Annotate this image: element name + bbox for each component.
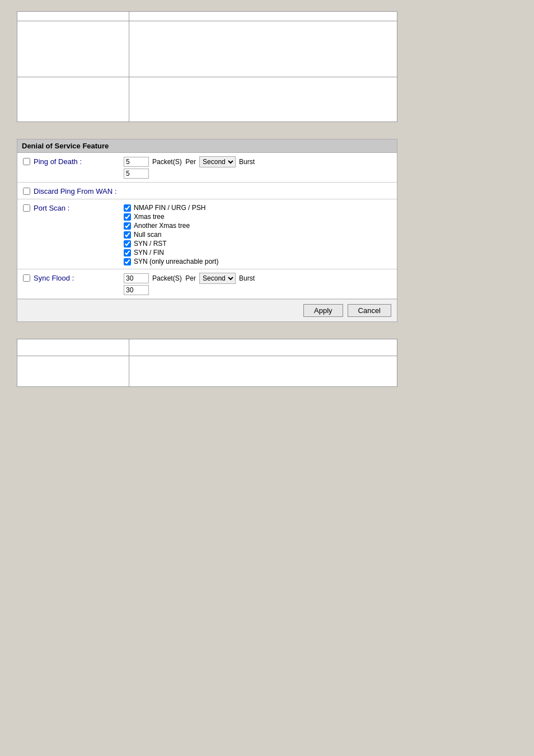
bottom-table-data-row: [17, 356, 397, 387]
port-scan-syn-unreachable-checkbox[interactable]: [124, 258, 131, 265]
sync-flood-row: Sync Flood : Packet(S) Per Second Minute…: [17, 269, 397, 299]
ping-of-death-burst-row: [124, 169, 391, 179]
top-table-header-row: [17, 12, 397, 21]
sync-flood-burst-row: [124, 285, 391, 295]
discard-ping-text: Discard Ping From WAN :: [34, 187, 116, 195]
bottom-table-data-right: [129, 356, 397, 387]
port-scan-another-xmas-label: Another Xmas tree: [134, 222, 190, 230]
port-scan-nmap-checkbox[interactable]: [124, 204, 131, 212]
port-scan-syn-fin-checkbox[interactable]: [124, 249, 131, 256]
port-scan-syn-rst-label: SYN / RST: [134, 240, 167, 248]
ping-of-death-period-select[interactable]: Second Minute: [199, 156, 236, 167]
port-scan-item-another-xmas[interactable]: Another Xmas tree: [124, 222, 391, 230]
sync-flood-burst-input[interactable]: [124, 285, 149, 295]
sync-flood-text: Sync Flood :: [34, 274, 74, 282]
ping-of-death-packets-input[interactable]: [124, 157, 149, 167]
top-table-tall-row: [17, 21, 397, 77]
port-scan-item-syn-unreachable[interactable]: SYN (only unreachable port): [124, 258, 391, 265]
discard-ping-row: Discard Ping From WAN :: [17, 183, 397, 199]
cancel-button[interactable]: Cancel: [348, 304, 391, 317]
dos-panel: Denial of Service Feature Ping of Death …: [17, 139, 397, 322]
ping-of-death-checkbox[interactable]: [23, 158, 30, 165]
dos-panel-title: Denial of Service Feature: [17, 139, 397, 153]
port-scan-item-null-scan[interactable]: Null scan: [124, 231, 391, 239]
sync-flood-period-select[interactable]: Second Minute: [199, 273, 236, 284]
bottom-table-header-right: [129, 339, 397, 356]
port-scan-item-nmap[interactable]: NMAP FIN / URG / PSH: [124, 204, 391, 212]
port-scan-syn-fin-label: SYN / FIN: [134, 249, 164, 256]
ping-of-death-top-row: Packet(S) Per Second Minute Burst: [124, 156, 391, 167]
ping-of-death-label: Ping of Death :: [23, 156, 124, 166]
ping-of-death-per-text: Packet(S) Per: [152, 158, 196, 166]
ping-of-death-row: Ping of Death : Packet(S) Per Second Min…: [17, 153, 397, 183]
ping-of-death-content: Packet(S) Per Second Minute Burst: [124, 156, 391, 179]
discard-ping-checkbox[interactable]: [23, 188, 30, 195]
port-scan-item-xmas[interactable]: Xmas tree: [124, 213, 391, 221]
port-scan-xmas-checkbox[interactable]: [124, 213, 131, 221]
ping-of-death-burst-label: Burst: [239, 158, 255, 166]
port-scan-null-scan-label: Null scan: [134, 231, 161, 239]
top-table-tall-left: [17, 21, 129, 77]
top-table-medium-left: [17, 77, 129, 122]
sync-flood-label: Sync Flood :: [23, 273, 124, 282]
port-scan-label: Port Scan :: [23, 203, 124, 212]
port-scan-nmap-label: NMAP FIN / URG / PSH: [134, 204, 205, 212]
bottom-table-header-left: [17, 339, 129, 356]
sync-flood-checkbox[interactable]: [23, 274, 30, 282]
bottom-table: [17, 339, 397, 387]
port-scan-item-syn-fin[interactable]: SYN / FIN: [124, 249, 391, 256]
ping-of-death-text: Ping of Death :: [34, 157, 82, 166]
ping-of-death-burst-input[interactable]: [124, 169, 149, 179]
port-scan-checkbox[interactable]: [23, 204, 30, 212]
port-scan-row: Port Scan : NMAP FIN / URG / PSH Xmas tr…: [17, 199, 397, 269]
port-scan-item-syn-rst[interactable]: SYN / RST: [124, 240, 391, 248]
top-table-medium-row: [17, 77, 397, 122]
bottom-table-data-left: [17, 356, 129, 387]
sync-flood-top-row: Packet(S) Per Second Minute Burst: [124, 273, 391, 284]
sync-flood-packets-input[interactable]: [124, 273, 149, 283]
discard-ping-label: Discard Ping From WAN :: [23, 186, 124, 195]
port-scan-null-scan-checkbox[interactable]: [124, 231, 131, 239]
port-scan-xmas-label: Xmas tree: [134, 213, 165, 221]
sync-flood-burst-label: Burst: [239, 274, 255, 282]
port-scan-text: Port Scan :: [34, 204, 69, 212]
bottom-table-header-row: [17, 339, 397, 356]
port-scan-syn-rst-checkbox[interactable]: [124, 240, 131, 248]
port-scan-another-xmas-checkbox[interactable]: [124, 222, 131, 230]
top-table-header-right: [129, 12, 397, 21]
port-scan-syn-unreachable-label: SYN (only unreachable port): [134, 258, 218, 265]
top-table-medium-right: [129, 77, 397, 122]
sync-flood-content: Packet(S) Per Second Minute Burst: [124, 273, 391, 295]
apply-button[interactable]: Apply: [303, 304, 343, 317]
top-table-header-left: [17, 12, 129, 21]
top-table: [17, 11, 397, 122]
dos-buttons-row: Apply Cancel: [17, 299, 397, 321]
sync-flood-per-text: Packet(S) Per: [152, 274, 196, 282]
port-scan-content: NMAP FIN / URG / PSH Xmas tree Another X…: [124, 203, 391, 265]
port-scan-checkbox-list: NMAP FIN / URG / PSH Xmas tree Another X…: [124, 203, 391, 265]
top-table-tall-right: [129, 21, 397, 77]
